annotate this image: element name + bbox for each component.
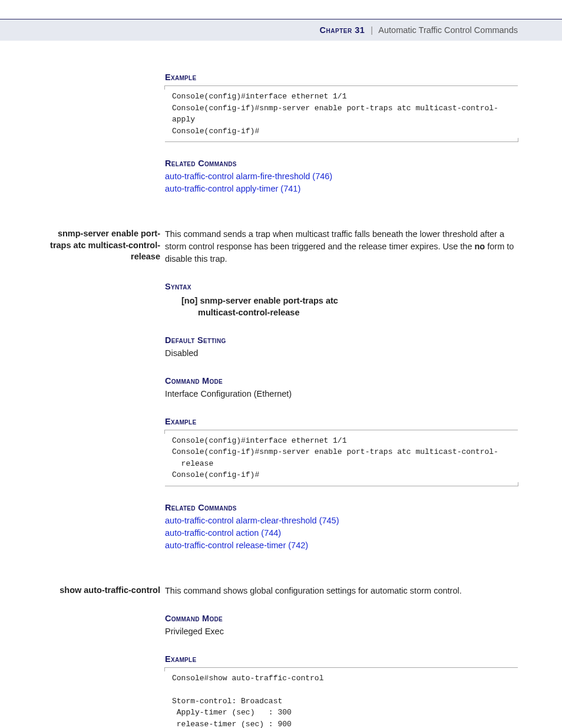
example-code-2: Console(config)#interface ethernet 1/1 C… (165, 430, 518, 486)
related-link[interactable]: auto-traffic-control action (744) (165, 527, 518, 539)
mode-value-2: Interface Configuration (Ethernet) (165, 388, 518, 400)
example-code-1: Console(config)#interface ethernet 1/1 C… (165, 85, 518, 142)
related-link[interactable]: auto-traffic-control alarm-clear-thresho… (165, 515, 518, 527)
command-title-3: show auto-traffic-control (50, 585, 165, 597)
page-header: Chapter 31 | Automatic Traffic Control C… (0, 19, 562, 41)
syntax-block: [no] snmp-server enable port-traps atc m… (181, 295, 518, 319)
mode-heading-3: Command Mode (165, 614, 518, 623)
default-heading: Default Setting (165, 335, 518, 345)
related-link[interactable]: auto-traffic-control release-timer (742) (165, 539, 518, 552)
mode-heading-2: Command Mode (165, 376, 518, 386)
command-desc-2: This command sends a trap when multicast… (165, 229, 514, 263)
mode-value-3: Privileged Exec (165, 625, 518, 638)
example-heading-1: Example (165, 73, 518, 82)
command-title-2: snmp-server enable port-traps atc multic… (50, 228, 165, 263)
command-desc-3: This command shows global configuration … (165, 585, 518, 597)
section-title: Automatic Traffic Control Commands (378, 25, 518, 35)
related-link[interactable]: auto-traffic-control apply-timer (741) (165, 183, 518, 195)
example-code-3: Console#show auto-traffic-control Storm-… (165, 667, 518, 728)
default-value: Disabled (165, 347, 518, 360)
related-heading-2: Related Commands (165, 503, 518, 512)
example-heading-3: Example (165, 654, 518, 664)
example-heading-2: Example (165, 417, 518, 426)
chapter-label: Chapter 31 (320, 25, 365, 35)
related-heading-1: Related Commands (165, 159, 518, 168)
syntax-heading: Syntax (165, 282, 518, 291)
header-divider: | (371, 25, 373, 35)
related-link[interactable]: auto-traffic-control alarm-fire-threshol… (165, 170, 518, 183)
